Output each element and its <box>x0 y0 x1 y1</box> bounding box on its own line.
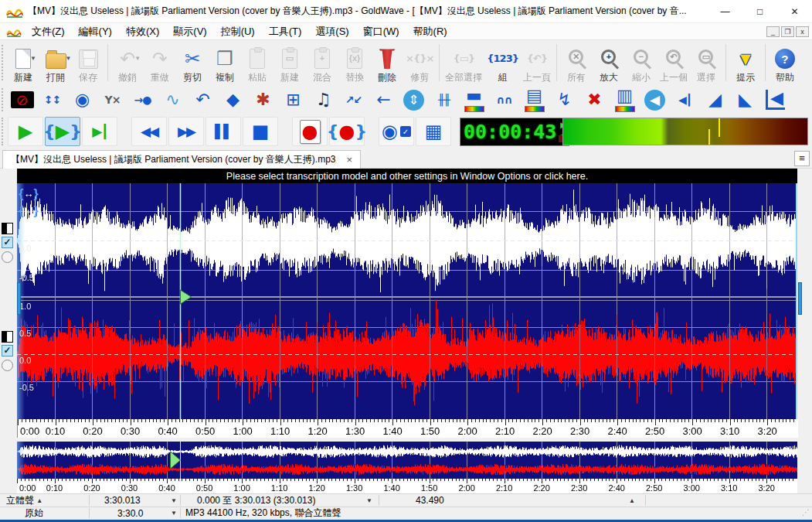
paste-button[interactable]: 粘貼 <box>241 42 273 84</box>
resize-grip-icon[interactable]: ⋰ <box>802 508 810 517</box>
flanger-button[interactable]: ∿ <box>158 87 188 113</box>
plugin-button[interactable]: ✱ <box>248 87 278 113</box>
right-vertical-zoom-thumb[interactable] <box>798 282 802 315</box>
playback-disable-button[interactable]: ⊘ <box>7 87 37 113</box>
undo-dropdown-icon[interactable]: ▼ <box>134 55 141 62</box>
right-channel-contrast-icon[interactable] <box>2 331 13 343</box>
open-button[interactable]: ▼打開 <box>39 42 72 84</box>
echo-button[interactable]: ← <box>369 87 399 113</box>
control-properties-button[interactable]: ▦ <box>416 117 451 146</box>
volume-shape-button[interactable]: ⇕ <box>399 87 429 113</box>
replace-button[interactable]: {x}替換 <box>338 42 371 84</box>
spectrum-filter-button[interactable]: ▤ <box>519 87 549 113</box>
fade-in-button[interactable]: ◢ <box>700 87 730 113</box>
noise-gate-button[interactable]: ∩∩ <box>489 87 519 113</box>
right-channel-checkbox[interactable]: ✓ <box>2 345 13 357</box>
menu-window[interactable]: 窗口(W) <box>356 23 406 40</box>
offset-button[interactable]: →● <box>127 87 158 113</box>
main-time-axis[interactable] <box>17 419 798 438</box>
click-repair-button[interactable]: ↯ <box>549 87 579 113</box>
spectrum-shape-button[interactable]: ▬ <box>459 87 489 113</box>
menu-edit[interactable]: 編輯(Y) <box>72 23 119 40</box>
overview-waveform-canvas[interactable] <box>17 442 797 479</box>
previous-button[interactable]: {↶}上一頁 <box>521 42 553 84</box>
menu-help[interactable]: 帮助(R) <box>406 23 454 40</box>
selection-finish-handle-icon[interactable]: {↔} <box>19 203 39 219</box>
equalizer-button[interactable]: ╫╫ <box>429 87 459 113</box>
hint-button[interactable]: ▼提示 <box>729 42 762 84</box>
minimize-button[interactable]: — <box>708 0 742 23</box>
zoom-selection-button[interactable]: ▭選擇 <box>690 42 722 84</box>
right-channel-radio[interactable] <box>2 360 13 371</box>
status-position[interactable]: 43.490 <box>416 494 444 507</box>
fast-forward-button[interactable]: ▶▶ <box>168 117 204 146</box>
mechanize-button[interactable]: ◆ <box>218 87 248 113</box>
status-channels[interactable]: 立體聲 ▲ <box>6 494 42 507</box>
new-button[interactable]: ▼新建 <box>7 42 39 84</box>
mdi-restore-button[interactable]: ❐ <box>781 26 794 37</box>
match-volume-button[interactable]: ◀ <box>760 87 790 113</box>
play-all-button[interactable]: ▶┃ <box>82 117 117 146</box>
pause-button[interactable]: ▌▌ <box>206 117 241 146</box>
pitch-button[interactable]: ♫ <box>308 87 338 113</box>
undo-button[interactable]: ↶▼撤銷 <box>111 42 144 84</box>
length-dropdown-icon[interactable]: ▼ <box>171 494 177 507</box>
left-channel-contrast-icon[interactable] <box>2 223 13 234</box>
close-button[interactable]: ✕ <box>777 0 812 23</box>
channels-spinner-icon[interactable]: ▲ <box>36 497 42 504</box>
zoom-previous-button[interactable]: ↶上一個 <box>657 42 690 84</box>
playback-volume-button[interactable]: ◀ <box>640 87 670 113</box>
record-new-button[interactable]: ● <box>292 117 328 146</box>
zoom-out-button[interactable]: −縮小 <box>625 42 657 84</box>
status-zoom[interactable]: 3:30.0 <box>117 507 143 519</box>
save-button[interactable]: 保存 <box>72 42 104 84</box>
adjust-pitch-button[interactable]: ↕↕ <box>37 87 67 113</box>
new-dropdown-icon[interactable]: ▼ <box>30 55 36 62</box>
menu-control[interactable]: 控制(U) <box>214 23 262 40</box>
status-length[interactable]: 3:30.013 <box>104 494 141 507</box>
spectrum-analyzer-button[interactable]: ▥ <box>610 87 640 113</box>
maximize-button[interactable]: □ <box>742 0 777 23</box>
expander-button[interactable]: ↗↙ <box>338 87 369 113</box>
cut-button[interactable]: ✂剪切 <box>176 42 209 84</box>
left-channel-radio[interactable] <box>2 251 13 263</box>
copy-button[interactable]: ❐複制 <box>209 42 241 84</box>
monitor-button[interactable]: ◉✓ <box>379 117 414 146</box>
transcription-banner[interactable]: Please select transcription model and ot… <box>17 169 797 183</box>
reverse-button[interactable]: ↶ <box>188 87 218 113</box>
main-waveform-canvas[interactable] <box>17 183 797 419</box>
play-button[interactable]: ▶ <box>8 117 43 146</box>
menu-tools[interactable]: 工具(T) <box>262 23 309 40</box>
zoom-all-button[interactable]: ✕所有 <box>560 42 593 84</box>
zoom-dropdown-icon[interactable]: ▼ <box>171 507 177 519</box>
position-spinner-icon[interactable]: ▲ <box>629 494 635 507</box>
delete-button[interactable]: 刪除 <box>371 42 403 84</box>
left-vertical-zoom-thumb[interactable] <box>17 282 21 315</box>
left-channel-checkbox[interactable]: ✓ <box>2 237 13 248</box>
paste-new-button[interactable]: ▭新建 <box>273 42 306 84</box>
selection-dropdown-icon[interactable]: ▼ <box>366 494 372 507</box>
menu-effects[interactable]: 特效(X) <box>119 23 166 40</box>
status-edit-mode[interactable]: 原始 <box>25 507 43 519</box>
doppler-button[interactable]: ◉ <box>67 87 97 113</box>
set-button[interactable]: {123}組 <box>484 42 521 84</box>
open-dropdown-icon[interactable]: ▼ <box>66 55 72 62</box>
document-tab[interactable]: 【MV】沒出息 Useless | 議場版 Parliament Version… <box>2 150 361 169</box>
help-button[interactable]: ?帮助 <box>769 42 801 84</box>
rewind-button[interactable]: ◀◀ <box>131 117 167 146</box>
menu-view[interactable]: 顯示(V) <box>166 23 213 40</box>
menu-file[interactable]: 文件(Z) <box>25 23 72 40</box>
tab-close-icon[interactable]: × <box>347 154 353 165</box>
mdi-close-button[interactable]: x <box>796 26 809 37</box>
tab-list-menu-button[interactable]: ≡ <box>794 151 810 166</box>
noise-reduction-button[interactable]: ✖ <box>579 87 610 113</box>
selection-start-handle-icon[interactable]: {↔} <box>19 186 39 202</box>
select-all-button[interactable]: {▭}全部選擇 <box>443 42 484 84</box>
compressor-button[interactable]: ⊞ <box>278 87 308 113</box>
volume-slider-button[interactable]: ◀┃ <box>670 87 700 113</box>
mdi-minimize-button[interactable]: _ <box>766 26 780 37</box>
status-selection[interactable]: 0.000 至 3:30.013 (3:30.013) <box>197 494 315 507</box>
stop-button[interactable]: ■ <box>243 117 278 146</box>
zoom-in-button[interactable]: +放大 <box>593 42 625 84</box>
redo-button[interactable]: ↷重做 <box>144 42 176 84</box>
